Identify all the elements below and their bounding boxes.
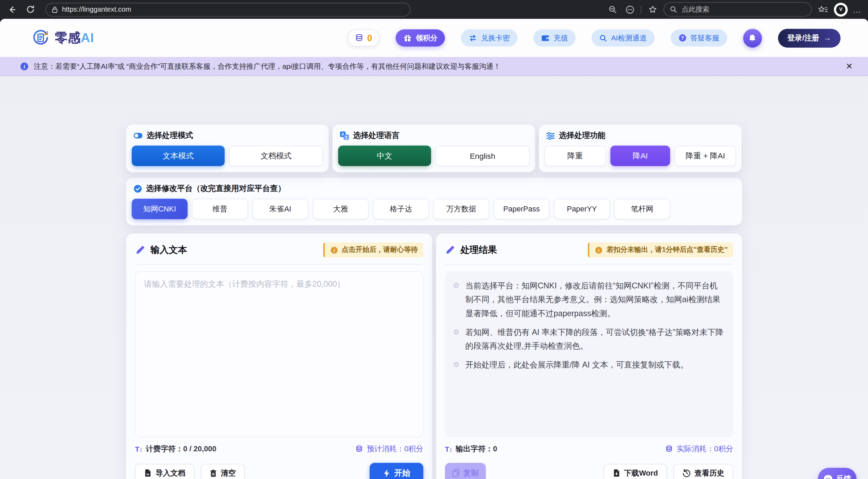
start-button[interactable]: 开始 <box>370 463 423 479</box>
divider <box>135 264 423 265</box>
platform-option-paperyy[interactable]: PaperYY <box>554 199 610 219</box>
result-hint-item: 开始处理后，此处会展示降重/降 AI 文本，可直接复制或下载。 <box>454 358 724 372</box>
language-card: A文 选择处理语言 中文 English <box>332 125 535 172</box>
input-warning-text: 点击开始后，请耐心等待 <box>342 245 418 255</box>
refresh-button[interactable] <box>23 2 38 16</box>
wallet-icon <box>541 34 550 41</box>
avatar[interactable]: V <box>834 2 847 16</box>
result-buttons: 复制 下载Word 查看历史 <box>445 463 733 479</box>
platform-option-paperpass[interactable]: PaperPass <box>494 199 549 219</box>
input-panel: 输入文本 i 点击开始后，请耐心等待 T↕ 计费字符：0 / 20,000 <box>126 234 432 479</box>
check-circle-icon <box>133 184 142 193</box>
char-count: T↕ 计费字符：0 / 20,000 <box>135 444 216 454</box>
result-right-buttons: 下载Word 查看历史 <box>604 464 733 479</box>
support-button[interactable]: ? 答疑客服 <box>671 29 727 47</box>
svg-text:i: i <box>333 248 335 253</box>
sliders-icon <box>546 131 555 140</box>
browser-search-box[interactable]: 点此搜索 <box>663 2 812 16</box>
result-hint-text: 若知网、维普仍有 AI 率未下降的段落，可尝试切换“格子达”策略对未下降的段落再… <box>465 325 724 353</box>
pen-icon <box>445 245 456 255</box>
result-hint-item: 若知网、维普仍有 AI 率未下降的段落，可尝试切换“格子达”策略对未下降的段落再… <box>454 325 724 353</box>
svg-text:?: ? <box>681 35 684 41</box>
close-icon[interactable]: ✕ <box>842 60 856 73</box>
pen-icon <box>135 245 146 255</box>
coins-icon <box>666 445 673 453</box>
notifications-button[interactable] <box>743 28 762 47</box>
feature-option-deai[interactable]: 降AI <box>610 146 670 166</box>
webpage: 零感AI 0 领积分 兑换卡密 充值 <box>0 19 868 479</box>
bolt-icon <box>383 469 390 478</box>
zoom-out-icon[interactable] <box>606 3 619 16</box>
warn-info-icon: i <box>330 246 338 254</box>
recharge-button[interactable]: 充值 <box>534 29 576 47</box>
mode-title-text: 选择处理模式 <box>147 131 193 141</box>
clear-button[interactable]: 清空 <box>201 464 245 479</box>
browser-menu-icon[interactable]: … <box>853 5 864 14</box>
logo[interactable]: 零感AI <box>32 29 94 47</box>
input-panel-title: 输入文本 <box>135 244 187 256</box>
recharge-label: 充值 <box>554 33 568 43</box>
platform-card: 选择修改平台（改完直接用对应平台查） 知网CNKI 维普 朱雀AI 大雅 格子达… <box>126 178 742 225</box>
feature-card-title: 选择处理功能 <box>544 131 736 141</box>
logo-icon <box>32 29 49 47</box>
login-button[interactable]: 登录/注册 → <box>778 28 840 47</box>
back-icon <box>7 5 16 14</box>
points-badge[interactable]: 0 <box>347 29 380 47</box>
output-char-text: 输出字符：0 <box>456 444 497 454</box>
platform-option-bigan[interactable]: 笔杆网 <box>614 199 670 219</box>
input-title-text: 输入文本 <box>150 244 187 256</box>
redeem-card-button[interactable]: 兑换卡密 <box>461 29 518 47</box>
ai-detect-button[interactable]: AI检测通道 <box>592 29 654 47</box>
platform-option-daya[interactable]: 大雅 <box>313 199 368 219</box>
import-doc-label: 导入文档 <box>156 468 185 478</box>
svg-text:i: i <box>24 64 25 69</box>
view-history-button[interactable]: 查看历史 <box>673 464 733 479</box>
import-doc-button[interactable]: w 导入文档 <box>135 464 194 479</box>
doc-word-icon: w <box>144 469 152 477</box>
platform-option-cnki[interactable]: 知网CNKI <box>132 199 187 219</box>
feedback-button[interactable]: 反馈 <box>818 468 856 479</box>
login-label: 登录/注册 <box>787 33 819 43</box>
mode-option-text[interactable]: 文本模式 <box>132 146 225 166</box>
gift-icon <box>404 34 412 42</box>
feature-option-dedup[interactable]: 降重 <box>544 146 606 166</box>
view-history-label: 查看历史 <box>695 468 724 478</box>
site-header: 零感AI 0 领积分 兑换卡密 充值 <box>0 19 868 57</box>
ellipsis-circle-icon[interactable] <box>623 3 636 16</box>
result-panel: 处理结果 i 若扣分未输出，请1分钟后点"查看历史" 当前选择平台：知网CNKI… <box>436 234 742 479</box>
result-hint-text: 当前选择平台：知网CNKI，修改后请前往“知网CNKI”检测，不同平台机制不同，… <box>465 279 724 320</box>
support-label: 答疑客服 <box>691 33 719 43</box>
redeem-card-label: 兑换卡密 <box>481 33 510 43</box>
back-button[interactable] <box>4 2 19 16</box>
feature-options: 降重 降AI 降重 + 降AI <box>544 146 736 166</box>
platform-card-title: 选择修改平台（改完直接用对应平台查） <box>132 184 736 194</box>
platform-option-gezida[interactable]: 格子达 <box>373 199 429 219</box>
text-input[interactable] <box>135 271 423 437</box>
copy-button[interactable]: 复制 <box>445 463 486 479</box>
svg-text:i: i <box>598 248 600 253</box>
bookmark-star-icon[interactable] <box>817 3 829 16</box>
copy-icon <box>452 469 460 477</box>
language-option-en[interactable]: English <box>435 146 529 166</box>
claim-points-button[interactable]: 领积分 <box>396 29 445 47</box>
language-option-zh[interactable]: 中文 <box>338 146 431 166</box>
work-panels: 输入文本 i 点击开始后，请耐心等待 T↕ 计费字符：0 / 20,000 <box>126 234 742 479</box>
download-doc-icon <box>613 469 620 477</box>
actual-cost: 实际消耗：0积分 <box>666 444 733 454</box>
question-icon: ? <box>678 34 686 42</box>
platform-option-weipu[interactable]: 维普 <box>192 199 248 219</box>
feature-option-both[interactable]: 降重 + 降AI <box>675 146 736 166</box>
input-stats: T↕ 计费字符：0 / 20,000 预计消耗：0积分 <box>135 444 423 454</box>
platform-option-zhuque[interactable]: 朱雀AI <box>252 199 308 219</box>
platform-option-wanfang[interactable]: 万方数据 <box>433 199 489 219</box>
download-word-button[interactable]: 下载Word <box>604 464 667 479</box>
translate-icon: A文 <box>340 131 349 140</box>
mode-option-doc[interactable]: 文档模式 <box>229 146 323 166</box>
actual-cost-text: 实际消耗：0积分 <box>677 444 733 454</box>
star-icon[interactable] <box>646 3 659 16</box>
platform-options: 知网CNKI 维普 朱雀AI 大雅 格子达 万方数据 PaperPass Pap… <box>132 199 736 219</box>
avatar-letter: V <box>836 5 846 14</box>
estimated-cost-text: 预计消耗：0积分 <box>367 444 423 454</box>
address-bar[interactable]: https://linggantext.com <box>45 2 411 16</box>
bullet-icon <box>454 283 459 288</box>
